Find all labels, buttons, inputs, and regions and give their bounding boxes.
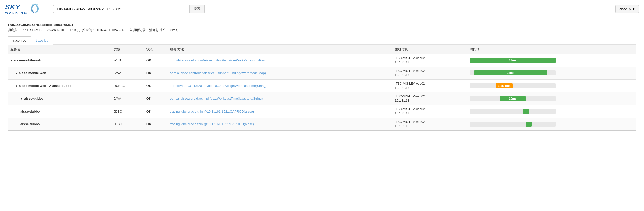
table-row: aisse-dubboJDBCOKtracing:jdbc:oracle:thi… — [8, 105, 636, 118]
col-header-type: 类型 — [111, 45, 144, 54]
method-link[interactable]: com.ai.aisse.core.dao.impl.Ais...WorkLas… — [170, 97, 263, 100]
tab-trace-log-label: trace log — [36, 39, 48, 42]
search-area: 搜索 — [53, 5, 205, 13]
timeline-bar: 1/15/1ms — [496, 83, 513, 88]
cell-status: OK — [144, 54, 167, 67]
timeline-bar: 10ms — [500, 96, 526, 101]
user-area: aisse_p ▼ — [615, 5, 639, 13]
table-row: aisse-dubboJDBCOKtracing:jdbc:oracle:thi… — [8, 118, 636, 130]
logo-area: SKY WALKING — [5, 3, 45, 15]
cell-type: DUBBO — [111, 80, 144, 92]
table-header-row: 服务名 类型 状态 服务/方法 主机信息 时间轴 — [8, 45, 636, 54]
cell-status: OK — [144, 118, 167, 130]
col-header-host: 主机信息 — [392, 45, 467, 54]
trace-duration: 33ms — [169, 28, 177, 32]
service-name: aisse-dubbo — [20, 122, 40, 126]
trace-table: 服务名 类型 状态 服务/方法 主机信息 时间轴 ▼aisse-mobile-w… — [8, 45, 636, 130]
cell-host: ITSC-MIS-LEV-web0210.1.31.13 — [392, 118, 467, 130]
table-body: ▼aisse-mobile-webWEBOKhttp://hire.asiain… — [8, 54, 636, 130]
col-header-status: 状态 — [144, 45, 167, 54]
service-name: aisse-mobile-web --> aisse-dubbo — [19, 84, 71, 88]
tabs: trace tree trace log — [8, 36, 636, 45]
user-label: aisse_p — [619, 7, 631, 11]
trace-table-container: 服务名 类型 状态 服务/方法 主机信息 时间轴 ▼aisse-mobile-w… — [8, 45, 636, 131]
cell-service: ▼aisse-mobile-web — [8, 54, 111, 67]
table-row: ▼aisse-dubboJAVAOKcom.ai.aisse.core.dao.… — [8, 92, 636, 105]
cell-method[interactable]: com.ai.aisse.core.dao.impl.Ais...WorkLas… — [167, 92, 392, 105]
table-row: ▼aisse-mobile-webWEBOKhttp://hire.asiain… — [8, 54, 636, 67]
trace-id: 1.0b.1460353436278.a384ce6.25961.68.821 — [8, 23, 636, 27]
cell-host: ITSC-MIS-LEV-web0210.1.31.13 — [392, 105, 467, 118]
method-link[interactable]: dubbo://10.1.31.13:20188/com.a...herApi.… — [170, 84, 267, 88]
expand-arrow[interactable]: ▼ — [10, 59, 13, 62]
cell-type: JAVA — [111, 67, 144, 80]
expand-arrow[interactable]: ▼ — [15, 85, 18, 87]
cell-method[interactable]: dubbo://10.1.31.13:20188/com.a...herApi.… — [167, 80, 392, 92]
method-link[interactable]: tracing:jdbc:oracle:thin:@10.1.1.61:1521… — [170, 122, 254, 126]
cell-timeline: 1ms — [467, 105, 636, 118]
cell-timeline: 1/15/1ms — [467, 80, 636, 92]
service-name: aisse-dubbo — [20, 110, 40, 113]
cell-service: aisse-dubbo — [8, 105, 111, 118]
col-header-timeline: 时间轴 — [467, 45, 636, 54]
tab-trace-tree[interactable]: trace tree — [8, 36, 31, 45]
header: SKY WALKING 搜索 aisse_p ▼ — [0, 0, 644, 18]
cell-service: ▼aisse-mobile-web — [8, 67, 111, 80]
cell-type: JAVA — [111, 92, 144, 105]
timeline-bar — [526, 122, 532, 127]
tab-trace-tree-label: trace tree — [12, 39, 26, 42]
cell-method[interactable]: com.ai.aisse.controller.aisseW....suppor… — [167, 67, 392, 80]
cell-timeline: 1ms — [467, 118, 636, 130]
cell-host: ITSC-MIS-LEV-web0210.1.31.13 — [392, 54, 467, 67]
cell-service: aisse-dubbo — [8, 118, 111, 130]
trace-info-text: 调度入口IP：ITSC-MIS-LEV-web02/10.1.31.13，开始时… — [8, 28, 169, 32]
cell-method[interactable]: tracing:jdbc:oracle:thin:@10.1.1.61:1521… — [167, 105, 392, 118]
cell-status: OK — [144, 105, 167, 118]
cell-host: ITSC-MIS-LEV-web0210.1.31.13 — [392, 67, 467, 80]
table-row: ▼aisse-mobile-web --> aisse-dubboDUBBOOK… — [8, 80, 636, 92]
cell-timeline: 28ms — [467, 67, 636, 80]
cell-type: JDBC — [111, 105, 144, 118]
tab-trace-log[interactable]: trace log — [31, 36, 53, 45]
cell-timeline: 10ms — [467, 92, 636, 105]
cell-status: OK — [144, 92, 167, 105]
search-input[interactable] — [53, 5, 189, 13]
cell-timeline: 33ms — [467, 54, 636, 67]
logo-sky: SKY — [5, 4, 28, 11]
timeline-bar: 28ms — [474, 70, 547, 75]
cell-method[interactable]: tracing:jdbc:oracle:thin:@10.1.1.61:1521… — [167, 118, 392, 130]
user-dropdown-button[interactable]: aisse_p ▼ — [615, 5, 639, 13]
service-name: aisse-mobile-web — [14, 58, 41, 62]
cell-host: ITSC-MIS-LEV-web0210.1.31.13 — [392, 92, 467, 105]
search-button[interactable]: 搜索 — [189, 5, 205, 13]
logo-walking: WALKING — [5, 11, 28, 14]
service-name: aisse-mobile-web — [19, 71, 46, 75]
main-content: 1.0b.1460353436278.a384ce6.25961.68.821 … — [0, 18, 644, 136]
timeline-bar: 33ms — [470, 58, 556, 63]
logo-icon — [29, 3, 41, 15]
trace-info: 调度入口IP：ITSC-MIS-LEV-web02/10.1.31.13，开始时… — [8, 28, 636, 32]
trace-suffix: 。 — [177, 28, 180, 32]
col-header-method: 服务/方法 — [167, 45, 392, 54]
service-name: aisse-dubbo — [24, 97, 43, 100]
cell-type: WEB — [111, 54, 144, 67]
cell-status: OK — [144, 67, 167, 80]
method-link[interactable]: http://hire.asiainfo.com/Aisse...bile-We… — [170, 58, 265, 62]
method-link[interactable]: com.ai.aisse.controller.aisseW....suppor… — [170, 71, 266, 75]
table-row: ▼aisse-mobile-webJAVAOKcom.ai.aisse.cont… — [8, 67, 636, 80]
cell-method[interactable]: http://hire.asiainfo.com/Aisse...bile-We… — [167, 54, 392, 67]
cell-host: ITSC-MIS-LEV-web0210.1.31.13 — [392, 80, 467, 92]
logo-text: SKY WALKING — [5, 4, 28, 14]
cell-status: OK — [144, 80, 167, 92]
dropdown-icon: ▼ — [632, 7, 635, 11]
expand-arrow[interactable]: ▼ — [20, 97, 23, 100]
cell-service: ▼aisse-dubbo — [8, 92, 111, 105]
method-link[interactable]: tracing:jdbc:oracle:thin:@10.1.1.61:1521… — [170, 110, 254, 113]
col-header-service: 服务名 — [8, 45, 111, 54]
cell-service: ▼aisse-mobile-web --> aisse-dubbo — [8, 80, 111, 92]
cell-type: JDBC — [111, 118, 144, 130]
expand-arrow[interactable]: ▼ — [15, 72, 18, 75]
timeline-bar — [523, 109, 529, 114]
table-header: 服务名 类型 状态 服务/方法 主机信息 时间轴 — [8, 45, 636, 54]
